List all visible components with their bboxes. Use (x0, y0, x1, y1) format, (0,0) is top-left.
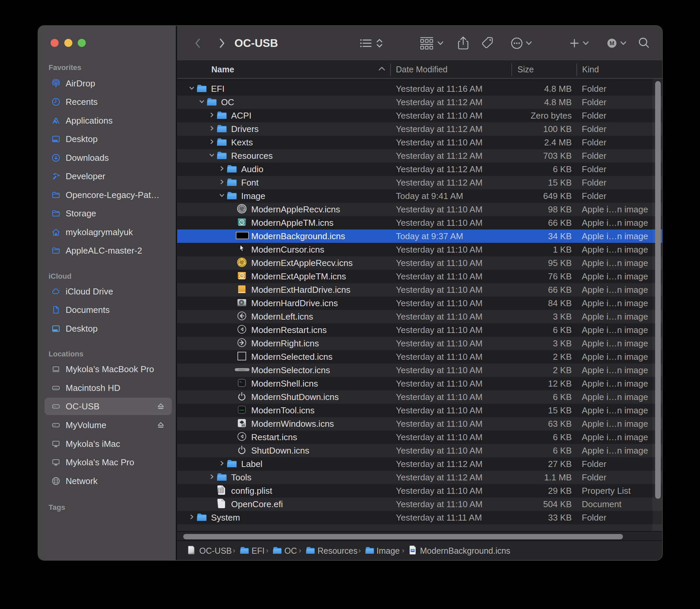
svg-text:>_: >_ (240, 380, 243, 383)
svg-text:Continue: Continue (239, 369, 245, 371)
svg-text:M: M (610, 40, 614, 47)
svg-text:exec: exec (240, 409, 245, 411)
